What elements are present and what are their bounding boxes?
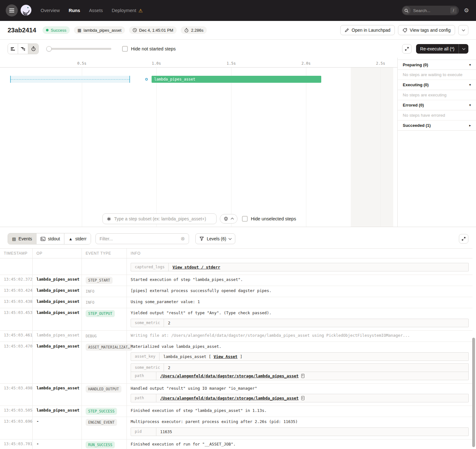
metadata-value: 2	[164, 364, 174, 372]
step-subset-input[interactable]: Type a step subset (ex: lambda_pipes_ass…	[102, 213, 217, 224]
event-type-cell: ENGINE_EVENT	[82, 417, 127, 439]
metadata-text: 2	[168, 365, 170, 370]
log-row[interactable]: 13:45:03.424lambda_pipes_assetINFO[pipes…	[0, 286, 473, 297]
log-row[interactable]: 13:45:03.498lambda_pipes_assetHANDLED_OU…	[0, 384, 473, 406]
hide-not-started-checkbox[interactable]	[122, 46, 128, 52]
timestamp-cell: 13:45:03.498	[0, 384, 33, 406]
open-launchpad-label: Open in Launchpad	[352, 28, 390, 33]
gantt-tick-label: 0.5s	[77, 61, 87, 66]
timestamp-cell: 13:45:03.505	[0, 406, 33, 417]
info-text: Writing file at: /Users/alangenfeld/data…	[131, 333, 469, 339]
nav-item-overview[interactable]: Overview	[41, 8, 60, 13]
zoom-slider-knob[interactable]	[46, 46, 52, 51]
more-actions-button[interactable]	[458, 25, 468, 35]
event-type-pill: STEP_START	[86, 277, 113, 284]
gantt-tick-label: 1.5s	[227, 61, 236, 66]
step-section-empty-text: No steps are executing	[398, 90, 476, 100]
chevron-down-icon: ▾	[469, 63, 471, 67]
zoom-slider-track[interactable]	[46, 48, 111, 50]
info-text: Yielded output "result" of type "Any". (…	[131, 310, 469, 316]
stderr-warning-icon: ▲	[68, 237, 73, 241]
log-row[interactable]: 13:45:03.696-ENGINE_EVENTMultiprocess ex…	[0, 417, 473, 439]
metadata-text: 11635	[160, 429, 172, 434]
info-cell: Multiprocess executor: parent process ex…	[127, 417, 473, 439]
column-info: INFO	[127, 249, 473, 258]
nav-item-deployment[interactable]: Deployment ⚠	[112, 8, 143, 13]
graph-options-button[interactable]	[220, 214, 238, 224]
dagster-logo[interactable]	[19, 3, 33, 17]
metadata-text: ]	[240, 354, 243, 359]
gantt-fullscreen-button[interactable]	[402, 44, 412, 54]
log-tabs: ▤ Events stdout ▲ stderr	[8, 233, 91, 244]
view-tags-config-label: View tags and config	[410, 28, 451, 33]
duration-badge: 2.286s	[181, 26, 207, 34]
hide-not-started-checkline: Hide not started steps	[122, 46, 176, 52]
terminal-icon	[41, 237, 45, 241]
metadata-value: 11635	[156, 428, 176, 436]
zoom-slider[interactable]	[46, 48, 111, 50]
tab-stderr-label: stderr	[75, 236, 87, 241]
hide-unselected-checkbox[interactable]	[242, 216, 248, 222]
log-row[interactable]: 13:45:03.470lambda_pipes_assetASSET_MATE…	[0, 342, 473, 384]
log-row[interactable]: 13:45:02.372lambda_pipes_assetSTEP_START…	[0, 275, 473, 286]
metadata-link[interactable]: /Users/alangenfeld/data/dagster/storage/…	[160, 374, 299, 378]
step-section-header[interactable]: Errored (0)▾	[398, 100, 476, 110]
clear-filter-icon[interactable]: ⊗	[181, 236, 185, 241]
gantt-step-bar[interactable]: lambda_pipes_asset	[152, 76, 321, 83]
view-tags-config-button[interactable]: View tags and config	[398, 25, 455, 35]
tab-events[interactable]: ▤ Events	[8, 233, 36, 244]
view-mode-waterfall-button[interactable]	[18, 44, 28, 54]
op-cell: lambda_pipes_asset	[33, 297, 82, 308]
metadata-link[interactable]: View stdout / stderr	[173, 265, 220, 270]
event-type-pill: HANDLED_OUTPUT	[86, 386, 121, 393]
chevron-down-icon	[462, 28, 465, 31]
step-section-header[interactable]: Succeeded (1)▸	[398, 120, 476, 131]
metadata-text: 2	[168, 321, 170, 325]
event-type-pill: ENGINE_EVENT	[86, 419, 117, 426]
event-type-pill: DEBUG	[86, 333, 97, 340]
view-mode-flat-button[interactable]	[8, 44, 18, 54]
layers-icon	[224, 217, 228, 221]
warning-icon: ⚠	[139, 8, 143, 13]
step-section-header[interactable]: Preparing (0)▾	[398, 60, 476, 70]
step-status-panel: Preparing (0)▾No steps are waiting to ex…	[397, 58, 476, 227]
copy-icon[interactable]	[301, 396, 304, 400]
log-scrollbar-thumb[interactable]	[472, 338, 475, 447]
menu-button[interactable]	[6, 4, 18, 16]
log-row[interactable]: 13:45:03.453lambda_pipes_assetSTEP_OUTPU…	[0, 308, 473, 331]
log-row[interactable]: 13:45:03.505lambda_pipes_assetSTEP_SUCCE…	[0, 406, 473, 417]
info-cell: Materialized value lambda_pipes_asset.as…	[127, 342, 473, 383]
step-section-header[interactable]: Executing (0)▾	[398, 80, 476, 90]
metadata-link[interactable]: View Asset	[214, 354, 238, 359]
view-mode-timed-button[interactable]	[28, 44, 38, 54]
tab-stdout[interactable]: stdout	[36, 233, 64, 244]
funnel-icon	[199, 237, 204, 241]
gantt-tick-label: 1.0s	[152, 61, 161, 66]
copy-icon[interactable]	[301, 374, 304, 378]
nav-item-runs[interactable]: Runs	[68, 8, 80, 13]
nav-item-assets[interactable]: Assets	[89, 8, 103, 13]
log-fullscreen-button[interactable]	[459, 234, 468, 244]
gantt-view-mode-group	[8, 43, 39, 54]
event-type-cell: STEP_START	[82, 275, 127, 286]
log-row[interactable]: captured_logsView stdout / stderr	[0, 258, 473, 275]
search-input[interactable]: Search... /	[402, 6, 459, 15]
open-launchpad-button[interactable]: Open in Launchpad	[340, 25, 395, 35]
reexecute-dropdown-button[interactable]	[459, 48, 468, 49]
log-row[interactable]: 13:45:03.701-RUN_SUCCESSFinished executi…	[0, 439, 473, 449]
log-filter-input[interactable]: Filter... ⊗	[95, 233, 189, 244]
run-header: 23ab2414 Success ▦ lambda_pipes_asset De…	[0, 21, 476, 40]
hide-unselected-checkline: Hide unselected steps	[242, 216, 296, 222]
metadata-link[interactable]: /Users/alangenfeld/data/dagster/storage/…	[160, 396, 299, 400]
panel-splitter[interactable]	[0, 227, 476, 227]
tab-stderr[interactable]: ▲ stderr	[64, 233, 91, 244]
levels-dropdown[interactable]: Levels (6)	[195, 233, 235, 244]
gantt-ruler: 0.5s1.0s1.5s2.0s2.5s	[0, 58, 397, 68]
metadata-table: some_metric2	[131, 319, 469, 327]
log-table: TIMESTAMP OP EVENT TYPE INFO captured_lo…	[0, 248, 473, 449]
reexecute-all-button[interactable]: Re-execute all (*)	[416, 44, 468, 54]
log-row[interactable]: 13:45:03.438lambda_pipes_assetINFOUsing …	[0, 297, 473, 308]
settings-gear-icon[interactable]: ⚙	[464, 7, 469, 14]
log-row[interactable]: 13:45:03.461lambda_pipes_assetDEBUGWriti…	[0, 331, 473, 342]
job-badge[interactable]: ▦ lambda_pipes_asset	[74, 26, 125, 34]
